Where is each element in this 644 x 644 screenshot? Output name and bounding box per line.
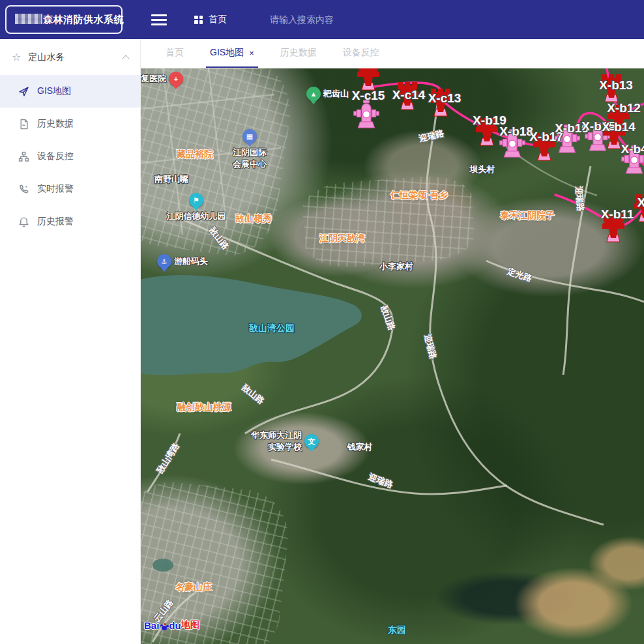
hydrant-marker-X-b16[interactable]: [554, 124, 580, 153]
tab-label: GIS地图: [210, 47, 244, 59]
mountain-poi-icon: ▲: [306, 87, 321, 101]
hydrant-marker-X-b11[interactable]: [602, 214, 625, 242]
building-poi-icon: ▦: [242, 129, 257, 143]
bell-icon: [18, 216, 29, 227]
map-label: 江阴天敔湾: [319, 233, 365, 244]
hydrant-marker-X-b17[interactable]: [533, 132, 556, 161]
sidebar-item-doc[interactable]: 历史数据: [0, 108, 140, 140]
sidebar-item-label: 实时报警: [37, 183, 74, 195]
pink-hydrant-icon: [621, 145, 644, 174]
map-label: 仁恒棠颂·吾乡: [390, 190, 448, 201]
poi-label: 林康复医院: [141, 73, 166, 85]
red-hydrant-icon: [396, 81, 419, 110]
red-hydrant-icon: [533, 132, 556, 161]
hydrant-marker-X-b19[interactable]: [475, 117, 499, 146]
hydrant-network-line: [555, 195, 644, 226]
hydrant-marker-X-c14[interactable]: [396, 81, 419, 110]
map-label: 东园: [388, 624, 406, 636]
baidu-logo-du: du: [169, 620, 181, 631]
baidu-logo-latin: Bai: [144, 620, 159, 631]
red-hydrant-icon: [357, 68, 380, 91]
poi-glyph: ▲: [310, 91, 317, 98]
tab-GIS地图[interactable]: GIS地图×: [206, 39, 258, 68]
baidu-paw-icon: [160, 622, 168, 630]
hydrant-marker-X-b4[interactable]: [621, 145, 644, 174]
sidebar-item-sitemap[interactable]: 设备反控: [0, 140, 140, 173]
hydrant-marker-X-b13[interactable]: [600, 74, 623, 102]
red-hydrant-icon: [602, 214, 625, 242]
map-label: 敔山嶺秀: [235, 213, 272, 225]
map-label: 泰禾江阴院子: [500, 210, 555, 222]
app-logo: 森林消防供水系统: [5, 5, 123, 34]
poi-glyph: +: [174, 76, 178, 83]
tab-历史数据[interactable]: 历史数据: [276, 39, 321, 68]
hydrant-marker[interactable]: [357, 68, 380, 91]
redacted-text: [15, 14, 42, 24]
tab-首页[interactable]: 首页: [162, 39, 188, 68]
sidebar: ☆ 定山水务 GIS地图历史数据设备反控实时报警历史报警: [0, 39, 141, 644]
sidebar-item-label: 设备反控: [37, 151, 74, 162]
sidebar-group-header[interactable]: ☆ 定山水务: [0, 39, 140, 75]
sidebar-item-label: 历史报警: [37, 216, 74, 227]
map-overlay: [141, 68, 644, 644]
road-label: 迎瑞路: [572, 186, 586, 212]
map-label: 敔山湾公园: [249, 323, 295, 334]
red-hydrant-icon: [600, 74, 623, 102]
pink-hydrant-icon: [353, 100, 379, 128]
doc-icon: [18, 119, 29, 130]
sitemap-icon: [18, 151, 29, 162]
poi-label: 游船码头: [174, 256, 208, 267]
sidebar-item-bell[interactable]: 历史报警: [0, 205, 140, 238]
baidu-logo-cn: 地图: [181, 619, 199, 631]
app-title: 森林消防供水系统: [15, 14, 124, 26]
baidu-logo: Bai du 地图: [144, 619, 199, 631]
pink-hydrant-icon: [554, 124, 580, 153]
home-nav-label: 首页: [209, 14, 227, 25]
hospital-poi-icon: +: [169, 72, 183, 86]
tab-label: 历史数据: [280, 47, 317, 59]
app-header: 森林消防供水系统 首页: [0, 0, 644, 39]
hydrant-marker-X[interactable]: [634, 194, 644, 222]
sidebar-group-label: 定山水务: [28, 51, 65, 63]
poi-label: 江阴信德幼儿园: [167, 211, 226, 222]
grid-icon: [194, 16, 203, 24]
chevron-up-icon: [122, 55, 129, 62]
map-label: 坝头村: [470, 164, 495, 175]
map-label: 小李家村: [379, 261, 413, 272]
tab-label: 设备反控: [343, 47, 379, 59]
hamburger-menu-icon[interactable]: [151, 14, 167, 25]
poi-label: 华东师大江阴 实验学校: [251, 430, 302, 453]
close-icon[interactable]: ×: [249, 49, 254, 57]
poi-glyph: ⚓: [161, 258, 168, 265]
hydrant-marker-X-b18[interactable]: [499, 129, 525, 158]
map-canvas[interactable]: Bai du 地图 藏品裕院南野山嘴坝头村仁恒棠颂·吾乡泰禾江阴院子敔山嶺秀江阴…: [141, 68, 644, 644]
red-hydrant-icon: [634, 194, 644, 222]
map-label: 融创敔山桃源: [177, 402, 231, 413]
sidebar-item-send[interactable]: GIS地图: [0, 75, 140, 108]
map-label: 名豪山庄: [175, 581, 212, 593]
map-label: 藏品裕院: [177, 149, 213, 160]
anchor-poi-icon: ⚓: [157, 254, 171, 269]
poi-glyph: 文: [308, 438, 315, 445]
tab-设备反控[interactable]: 设备反控: [339, 39, 383, 68]
sidebar-item-phone[interactable]: 实时报警: [0, 173, 140, 205]
pink-hydrant-icon: [499, 129, 525, 158]
map-label: 钱家村: [347, 441, 373, 453]
flag-poi-icon: ⚑: [189, 193, 203, 207]
tab-bar: 首页GIS地图×历史数据设备反控: [141, 39, 644, 68]
red-hydrant-icon: [475, 117, 499, 146]
poi-glyph: ▦: [246, 133, 253, 140]
hydrant-marker-X-c13[interactable]: [429, 88, 452, 117]
send-icon: [18, 86, 29, 97]
tab-label: 首页: [166, 47, 184, 59]
sidebar-item-label: 历史数据: [37, 118, 74, 130]
home-nav[interactable]: 首页: [194, 14, 227, 25]
poi-label: 江阴国际 会展中心: [233, 147, 267, 170]
star-icon: ☆: [12, 51, 21, 63]
map-label: 南野山嘴: [154, 173, 188, 185]
school-poi-icon: 文: [304, 434, 319, 448]
phone-icon: [18, 184, 29, 195]
search-box: [269, 14, 415, 25]
search-input[interactable]: [269, 14, 415, 25]
hydrant-marker-X-c15[interactable]: [353, 100, 379, 128]
